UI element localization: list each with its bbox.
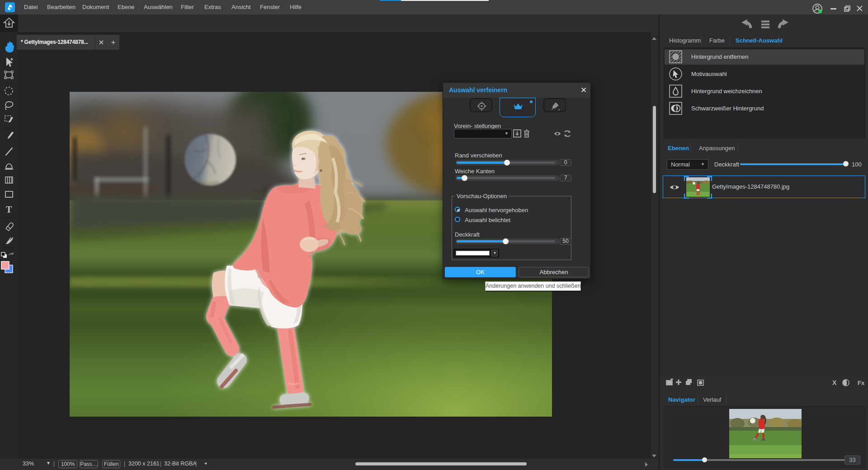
svg-text:Fx: Fx xyxy=(858,380,865,386)
svg-text:X: X xyxy=(832,379,837,386)
svg-text:T: T xyxy=(6,204,12,214)
